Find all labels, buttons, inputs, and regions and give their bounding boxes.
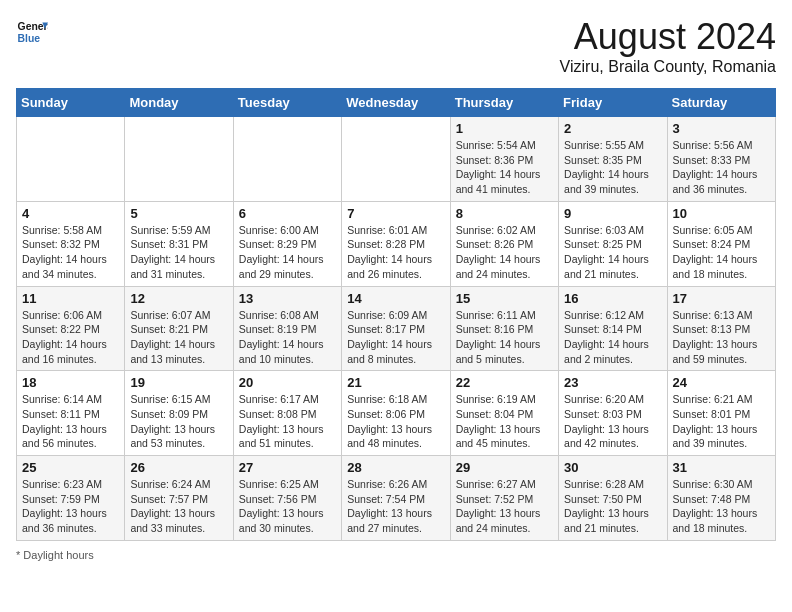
day-info: Sunrise: 6:17 AMSunset: 8:08 PMDaylight:… — [239, 392, 336, 451]
day-info: Sunrise: 6:09 AMSunset: 8:17 PMDaylight:… — [347, 308, 444, 367]
day-number: 18 — [22, 375, 119, 390]
calendar-cell: 25Sunrise: 6:23 AMSunset: 7:59 PMDayligh… — [17, 456, 125, 541]
day-info: Sunrise: 6:03 AMSunset: 8:25 PMDaylight:… — [564, 223, 661, 282]
day-info: Sunrise: 6:27 AMSunset: 7:52 PMDaylight:… — [456, 477, 553, 536]
calendar-cell: 10Sunrise: 6:05 AMSunset: 8:24 PMDayligh… — [667, 201, 775, 286]
calendar-cell: 3Sunrise: 5:56 AMSunset: 8:33 PMDaylight… — [667, 117, 775, 202]
footer-note: * Daylight hours — [16, 549, 776, 561]
day-of-week-header: Saturday — [667, 89, 775, 117]
calendar-cell: 30Sunrise: 6:28 AMSunset: 7:50 PMDayligh… — [559, 456, 667, 541]
calendar-week-row: 25Sunrise: 6:23 AMSunset: 7:59 PMDayligh… — [17, 456, 776, 541]
day-info: Sunrise: 6:15 AMSunset: 8:09 PMDaylight:… — [130, 392, 227, 451]
day-info: Sunrise: 6:28 AMSunset: 7:50 PMDaylight:… — [564, 477, 661, 536]
day-number: 17 — [673, 291, 770, 306]
day-info: Sunrise: 6:02 AMSunset: 8:26 PMDaylight:… — [456, 223, 553, 282]
day-number: 5 — [130, 206, 227, 221]
day-info: Sunrise: 6:05 AMSunset: 8:24 PMDaylight:… — [673, 223, 770, 282]
calendar-cell: 21Sunrise: 6:18 AMSunset: 8:06 PMDayligh… — [342, 371, 450, 456]
header: General Blue August 2024 Viziru, Braila … — [16, 16, 776, 76]
day-info: Sunrise: 6:23 AMSunset: 7:59 PMDaylight:… — [22, 477, 119, 536]
day-number: 28 — [347, 460, 444, 475]
calendar-cell: 8Sunrise: 6:02 AMSunset: 8:26 PMDaylight… — [450, 201, 558, 286]
calendar-cell — [233, 117, 341, 202]
calendar-cell: 26Sunrise: 6:24 AMSunset: 7:57 PMDayligh… — [125, 456, 233, 541]
day-number: 27 — [239, 460, 336, 475]
calendar: SundayMondayTuesdayWednesdayThursdayFrid… — [16, 88, 776, 541]
day-info: Sunrise: 6:12 AMSunset: 8:14 PMDaylight:… — [564, 308, 661, 367]
day-of-week-header: Thursday — [450, 89, 558, 117]
calendar-cell: 31Sunrise: 6:30 AMSunset: 7:48 PMDayligh… — [667, 456, 775, 541]
day-number: 10 — [673, 206, 770, 221]
day-info: Sunrise: 6:24 AMSunset: 7:57 PMDaylight:… — [130, 477, 227, 536]
calendar-cell: 11Sunrise: 6:06 AMSunset: 8:22 PMDayligh… — [17, 286, 125, 371]
day-number: 21 — [347, 375, 444, 390]
logo: General Blue — [16, 16, 48, 48]
day-info: Sunrise: 6:11 AMSunset: 8:16 PMDaylight:… — [456, 308, 553, 367]
calendar-cell: 14Sunrise: 6:09 AMSunset: 8:17 PMDayligh… — [342, 286, 450, 371]
day-of-week-header: Monday — [125, 89, 233, 117]
logo-icon: General Blue — [16, 16, 48, 48]
calendar-cell — [125, 117, 233, 202]
day-number: 11 — [22, 291, 119, 306]
day-number: 19 — [130, 375, 227, 390]
day-info: Sunrise: 6:21 AMSunset: 8:01 PMDaylight:… — [673, 392, 770, 451]
day-number: 2 — [564, 121, 661, 136]
day-info: Sunrise: 5:54 AMSunset: 8:36 PMDaylight:… — [456, 138, 553, 197]
day-info: Sunrise: 6:06 AMSunset: 8:22 PMDaylight:… — [22, 308, 119, 367]
calendar-cell: 5Sunrise: 5:59 AMSunset: 8:31 PMDaylight… — [125, 201, 233, 286]
day-number: 22 — [456, 375, 553, 390]
title-area: August 2024 Viziru, Braila County, Roman… — [560, 16, 776, 76]
calendar-cell: 18Sunrise: 6:14 AMSunset: 8:11 PMDayligh… — [17, 371, 125, 456]
calendar-cell: 13Sunrise: 6:08 AMSunset: 8:19 PMDayligh… — [233, 286, 341, 371]
location: Viziru, Braila County, Romania — [560, 58, 776, 76]
day-number: 9 — [564, 206, 661, 221]
calendar-cell: 24Sunrise: 6:21 AMSunset: 8:01 PMDayligh… — [667, 371, 775, 456]
month-year: August 2024 — [560, 16, 776, 58]
day-number: 23 — [564, 375, 661, 390]
calendar-cell — [17, 117, 125, 202]
day-number: 26 — [130, 460, 227, 475]
day-info: Sunrise: 6:07 AMSunset: 8:21 PMDaylight:… — [130, 308, 227, 367]
day-of-week-header: Wednesday — [342, 89, 450, 117]
day-number: 20 — [239, 375, 336, 390]
calendar-cell: 12Sunrise: 6:07 AMSunset: 8:21 PMDayligh… — [125, 286, 233, 371]
day-number: 13 — [239, 291, 336, 306]
day-info: Sunrise: 5:59 AMSunset: 8:31 PMDaylight:… — [130, 223, 227, 282]
day-info: Sunrise: 6:00 AMSunset: 8:29 PMDaylight:… — [239, 223, 336, 282]
footer-note-text: Daylight hours — [23, 549, 93, 561]
day-number: 24 — [673, 375, 770, 390]
day-number: 1 — [456, 121, 553, 136]
day-of-week-header: Friday — [559, 89, 667, 117]
calendar-week-row: 18Sunrise: 6:14 AMSunset: 8:11 PMDayligh… — [17, 371, 776, 456]
calendar-cell: 15Sunrise: 6:11 AMSunset: 8:16 PMDayligh… — [450, 286, 558, 371]
calendar-cell: 4Sunrise: 5:58 AMSunset: 8:32 PMDaylight… — [17, 201, 125, 286]
day-number: 6 — [239, 206, 336, 221]
day-number: 25 — [22, 460, 119, 475]
calendar-week-row: 4Sunrise: 5:58 AMSunset: 8:32 PMDaylight… — [17, 201, 776, 286]
day-info: Sunrise: 6:20 AMSunset: 8:03 PMDaylight:… — [564, 392, 661, 451]
day-info: Sunrise: 5:56 AMSunset: 8:33 PMDaylight:… — [673, 138, 770, 197]
calendar-cell: 16Sunrise: 6:12 AMSunset: 8:14 PMDayligh… — [559, 286, 667, 371]
calendar-cell: 7Sunrise: 6:01 AMSunset: 8:28 PMDaylight… — [342, 201, 450, 286]
calendar-cell: 19Sunrise: 6:15 AMSunset: 8:09 PMDayligh… — [125, 371, 233, 456]
calendar-cell: 1Sunrise: 5:54 AMSunset: 8:36 PMDaylight… — [450, 117, 558, 202]
day-number: 16 — [564, 291, 661, 306]
day-info: Sunrise: 6:01 AMSunset: 8:28 PMDaylight:… — [347, 223, 444, 282]
calendar-week-row: 1Sunrise: 5:54 AMSunset: 8:36 PMDaylight… — [17, 117, 776, 202]
calendar-cell: 27Sunrise: 6:25 AMSunset: 7:56 PMDayligh… — [233, 456, 341, 541]
calendar-cell: 2Sunrise: 5:55 AMSunset: 8:35 PMDaylight… — [559, 117, 667, 202]
day-number: 31 — [673, 460, 770, 475]
day-info: Sunrise: 5:58 AMSunset: 8:32 PMDaylight:… — [22, 223, 119, 282]
day-of-week-header: Tuesday — [233, 89, 341, 117]
calendar-cell: 20Sunrise: 6:17 AMSunset: 8:08 PMDayligh… — [233, 371, 341, 456]
calendar-header-row: SundayMondayTuesdayWednesdayThursdayFrid… — [17, 89, 776, 117]
day-number: 7 — [347, 206, 444, 221]
day-info: Sunrise: 6:08 AMSunset: 8:19 PMDaylight:… — [239, 308, 336, 367]
calendar-cell: 9Sunrise: 6:03 AMSunset: 8:25 PMDaylight… — [559, 201, 667, 286]
day-of-week-header: Sunday — [17, 89, 125, 117]
day-info: Sunrise: 6:18 AMSunset: 8:06 PMDaylight:… — [347, 392, 444, 451]
calendar-cell: 29Sunrise: 6:27 AMSunset: 7:52 PMDayligh… — [450, 456, 558, 541]
day-info: Sunrise: 6:26 AMSunset: 7:54 PMDaylight:… — [347, 477, 444, 536]
day-number: 30 — [564, 460, 661, 475]
calendar-week-row: 11Sunrise: 6:06 AMSunset: 8:22 PMDayligh… — [17, 286, 776, 371]
